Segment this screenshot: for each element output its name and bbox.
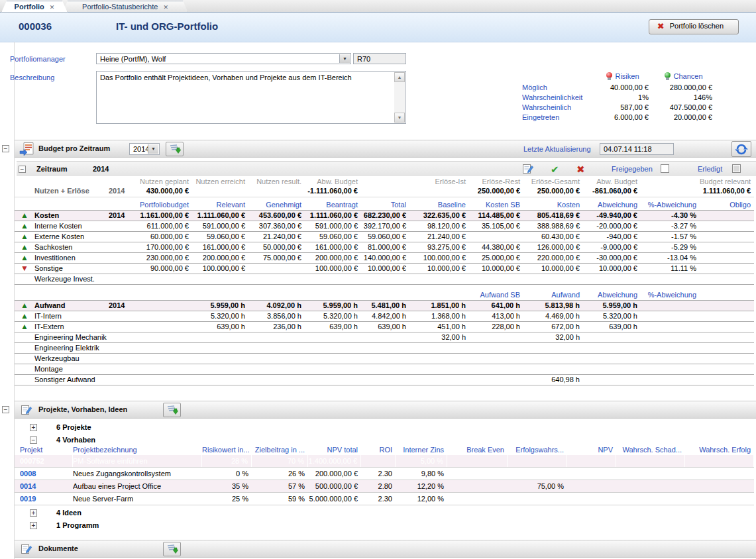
group-ideen[interactable]: 4 Ideen: [15, 507, 280, 519]
risk-row: Wahrscheinlichkeit 1% 146%: [522, 93, 716, 103]
cell: [192, 364, 248, 374]
export-budget-button[interactable]: [166, 142, 184, 156]
close-tab-icon[interactable]: ✕: [50, 4, 55, 11]
cell: -3.27 %: [641, 221, 700, 231]
cell: 2.80: [361, 480, 396, 492]
budget-table-row[interactable]: Werkzeuge Invest.: [15, 274, 754, 285]
year-select[interactable]: 2014 ▼: [129, 143, 160, 155]
released-label: Freigegeben: [612, 165, 653, 173]
budget-table-row[interactable]: Investitionen 230.000,00 € 200.000,00 € …: [15, 253, 754, 264]
description-textarea[interactable]: Das Portfolio enthält Projektideen, Vorh…: [96, 71, 406, 124]
chevron-down-icon[interactable]: ▼: [339, 54, 350, 63]
nutzen-row[interactable]: Nutzen + Erlöse 2014 430.000,00 € -1.111…: [15, 186, 754, 197]
tab-statusberichte-label: Portfolio-Statusberichte: [82, 3, 158, 11]
done-checkbox[interactable]: [732, 164, 741, 173]
cell: [248, 264, 305, 274]
cell: [192, 354, 248, 364]
cell: [469, 274, 523, 284]
cell: 26 %: [252, 468, 308, 480]
cell: 161.000,00 €: [192, 242, 248, 252]
approve-period-icon[interactable]: ✔: [551, 164, 559, 176]
export-projects-button[interactable]: [163, 403, 181, 417]
cell: 60.000,00 €: [133, 232, 192, 242]
expand-icon[interactable]: [30, 424, 37, 431]
description-scrollbar[interactable]: ▲ ▼: [394, 72, 405, 123]
budget-table-row[interactable]: Sonstige 90.000,00 € 100.000,00 € 100.00…: [15, 264, 754, 274]
cell: [248, 354, 305, 364]
chevron-down-icon[interactable]: ▼: [148, 144, 158, 154]
collapse-projects-section-button[interactable]: [2, 406, 9, 413]
chance-value: 146%: [652, 93, 716, 103]
project-id-link[interactable]: 0019: [15, 493, 73, 505]
project-row[interactable]: 0008 Neues Zugangskontrollsystem 0 % 26 …: [15, 468, 754, 480]
group-label: 1 Programm: [56, 520, 99, 531]
budget-table-row[interactable]: Werkzeugbau: [15, 354, 754, 364]
cell: [700, 242, 754, 252]
budget-table-row[interactable]: Montage: [15, 364, 754, 375]
group-projekte[interactable]: 6 Projekte: [15, 422, 280, 433]
project-row[interactable]: 0019 Neue Server-Farm 25 % 59 % 5.000.00…: [15, 493, 754, 505]
manager-combobox[interactable]: Heine (PortfM), Wolf ▼: [96, 53, 351, 64]
cell: [583, 375, 641, 385]
reject-period-icon[interactable]: ✖: [576, 164, 585, 176]
cell: 236,00 h: [248, 322, 305, 332]
budget-table-row[interactable]: Externe Kosten 60.000,00 € 59.060,00 € 2…: [15, 232, 754, 242]
row-label: Engineering Elektrik: [34, 343, 109, 353]
cell: 81.000,00 €: [361, 242, 409, 252]
budget-report-icon: [19, 142, 36, 158]
cell: 170.000,00 €: [133, 242, 192, 252]
edit-period-icon[interactable]: [522, 163, 535, 177]
trend-icon: [15, 242, 34, 252]
project-row[interactable]: 0014 Aufbau eines Project Office 35 % 57…: [15, 480, 754, 493]
close-tab-icon[interactable]: ✕: [163, 4, 168, 11]
budget-table-row[interactable]: Interne Kosten 611.000,00 € 591.000,00 €…: [15, 221, 754, 232]
project-row[interactable]: 000752 PM-Software einführen 28 % 70 % 1…: [15, 455, 754, 468]
cell: 228,00 h: [469, 322, 523, 332]
group-vorhaben[interactable]: 4 Vorhaben: [15, 434, 280, 446]
delete-portfolio-button[interactable]: ✖Portfolio löschen: [649, 19, 739, 34]
export-documents-button[interactable]: [163, 542, 181, 556]
expand-icon[interactable]: [30, 509, 37, 517]
released-checkbox[interactable]: [661, 164, 669, 173]
trend-icon: [15, 375, 34, 385]
cell: [700, 211, 754, 221]
tab-portfolio[interactable]: Portfolio✕: [1, 1, 68, 13]
scroll-down-icon[interactable]: ▼: [394, 113, 405, 123]
budget-table-row[interactable]: IT-Extern 639,00 h 236,00 h 639,00 h 639…: [15, 322, 754, 332]
project-id-link[interactable]: 000752: [15, 455, 73, 467]
cell: [641, 301, 700, 311]
row-label: Sachkosten: [34, 242, 109, 252]
budget-table-row[interactable]: Engineering Mechanik 32,00 h 32,00 h: [15, 332, 754, 343]
cell: [583, 343, 641, 353]
expand-icon[interactable]: [30, 522, 37, 529]
budget-table-row[interactable]: Engineering Elektrik: [15, 343, 754, 354]
scroll-up-icon[interactable]: ▲: [394, 72, 405, 82]
cell: 59.060,00 €: [361, 232, 409, 242]
cell: [523, 274, 583, 284]
budget-table-row[interactable]: Sonstiger Aufwand 640,98 h: [15, 375, 754, 385]
expand-icon[interactable]: [30, 436, 37, 444]
budget-table-row[interactable]: Aufwand 2014 5.959,00 h 4.092,00 h 5.959…: [15, 301, 754, 311]
chance-header: Chancen: [652, 72, 716, 83]
cell: 413,00 h: [469, 311, 523, 321]
cell: 641,00 h: [469, 301, 523, 311]
collapse-zeitraum-button[interactable]: [19, 166, 26, 173]
group-programm[interactable]: 1 Programm: [15, 520, 280, 531]
risk-value: 6.000,00 €: [594, 113, 652, 123]
cell: 451,00 h: [409, 322, 469, 332]
project-id-link[interactable]: 0008: [15, 468, 73, 480]
cell: [305, 332, 361, 342]
budget-table-row[interactable]: IT-Intern 5.320,00 h 3.856,00 h 5.320,00…: [15, 311, 754, 322]
refresh-button[interactable]: [731, 141, 751, 157]
budget-table-row[interactable]: Kosten 2014 1.161.000,00 € 1.111.060,00 …: [15, 211, 754, 221]
budget-table-row[interactable]: Sachkosten 170.000,00 € 161.000,00 € 50.…: [15, 242, 754, 253]
nutzen-header-row: Nutzen geplant Nutzen erreicht Nutzen re…: [15, 177, 754, 186]
project-id-link[interactable]: 0014: [15, 480, 73, 492]
row-label: Interne Kosten: [34, 221, 109, 231]
cell: 611.000,00 €: [133, 221, 192, 231]
cell: [700, 232, 754, 242]
cell: [192, 343, 248, 353]
collapse-budget-section-button[interactable]: [2, 145, 9, 152]
tab-portfolio-statusberichte[interactable]: Portfolio-Statusberichte✕: [62, 1, 188, 13]
cell: 60.430,00 €: [523, 232, 583, 242]
